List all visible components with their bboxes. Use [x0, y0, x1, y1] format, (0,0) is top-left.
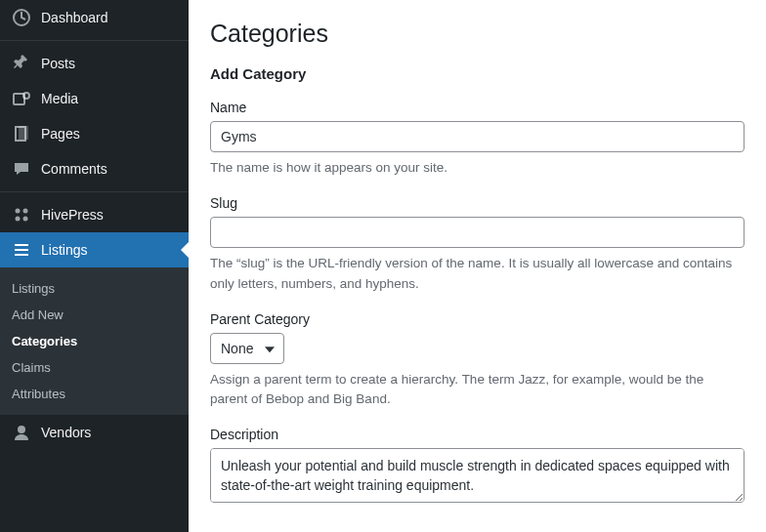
label-parent: Parent Category: [210, 311, 745, 327]
submenu-item-add-new[interactable]: Add New: [0, 302, 189, 328]
svg-rect-11: [15, 254, 28, 256]
input-slug[interactable]: [210, 217, 745, 248]
svg-point-12: [18, 426, 25, 433]
main-content: Categories Add Category Name The name is…: [189, 0, 766, 532]
field-description: Description: [210, 427, 745, 506]
sidebar-label-vendors: Vendors: [41, 425, 91, 440]
sidebar-item-hivepress[interactable]: HivePress: [0, 197, 189, 232]
sidebar-item-comments[interactable]: Comments: [0, 151, 189, 186]
label-slug: Slug: [210, 195, 745, 211]
hivepress-icon: [12, 205, 31, 225]
svg-rect-9: [15, 244, 28, 246]
sidebar-label-hivepress: HivePress: [41, 207, 104, 223]
comments-icon: [12, 159, 31, 179]
submenu-listings: Listings Add New Categories Claims Attri…: [0, 267, 189, 415]
dashboard-icon: [12, 8, 31, 27]
field-name: Name The name is how it appears on your …: [210, 100, 745, 178]
menu-separator: [0, 191, 189, 192]
svg-point-2: [23, 93, 29, 99]
sidebar-label-dashboard: Dashboard: [41, 10, 108, 25]
submenu-item-claims[interactable]: Claims: [0, 354, 189, 381]
sidebar-item-dashboard[interactable]: Dashboard: [0, 0, 189, 35]
sidebar-item-pages[interactable]: Pages: [0, 116, 189, 151]
sidebar-item-vendors[interactable]: Vendors: [0, 415, 189, 450]
help-slug: The “slug” is the URL-friendly version o…: [210, 254, 745, 294]
sidebar-label-listings: Listings: [41, 242, 87, 258]
svg-point-8: [23, 217, 28, 222]
vendors-icon: [12, 423, 31, 442]
page-title: Categories: [210, 20, 745, 48]
svg-rect-10: [15, 249, 28, 251]
listings-icon: [12, 240, 31, 260]
field-parent: Parent Category None Assign a parent ter…: [210, 311, 745, 410]
field-slug: Slug The “slug” is the URL-friendly vers…: [210, 195, 745, 294]
sidebar-label-pages: Pages: [41, 126, 80, 142]
svg-rect-4: [19, 126, 28, 140]
svg-point-6: [23, 209, 28, 214]
svg-point-7: [16, 217, 21, 222]
label-name: Name: [210, 100, 745, 115]
submenu-item-listings[interactable]: Listings: [0, 275, 189, 302]
help-name: The name is how it appears on your site.: [210, 158, 745, 178]
media-icon: [12, 89, 31, 108]
sidebar-item-listings[interactable]: Listings: [0, 232, 189, 267]
label-description: Description: [210, 427, 745, 442]
help-parent: Assign a parent term to create a hierarc…: [210, 370, 745, 410]
sidebar-label-media: Media: [41, 91, 78, 106]
svg-point-5: [16, 209, 21, 214]
sidebar-item-posts[interactable]: Posts: [0, 46, 189, 81]
admin-sidebar: Dashboard Posts Media Pages Comments Hiv…: [0, 0, 189, 532]
select-parent[interactable]: None: [210, 333, 284, 364]
sidebar-item-media[interactable]: Media: [0, 81, 189, 116]
pin-icon: [12, 54, 31, 73]
sidebar-label-comments: Comments: [41, 161, 107, 177]
submenu-item-attributes[interactable]: Attributes: [0, 381, 189, 407]
sidebar-label-posts: Posts: [41, 56, 75, 71]
menu-separator: [0, 40, 189, 41]
select-parent-wrap: None: [210, 333, 284, 364]
textarea-description[interactable]: [210, 448, 745, 503]
input-name[interactable]: [210, 121, 745, 152]
submenu-item-categories[interactable]: Categories: [0, 328, 189, 354]
form-title: Add Category: [210, 65, 745, 82]
pages-icon: [12, 124, 31, 143]
